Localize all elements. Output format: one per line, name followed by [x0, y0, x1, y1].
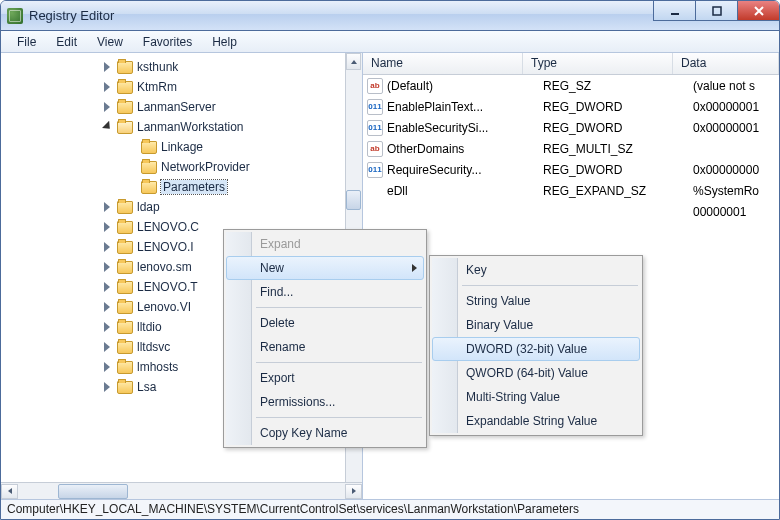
expand-icon[interactable] [101, 240, 115, 254]
expand-icon[interactable] [101, 220, 115, 234]
registry-editor-window: Registry Editor File Edit View Favorites… [0, 0, 780, 520]
expand-icon[interactable] [101, 320, 115, 334]
menu-separator [256, 417, 422, 418]
tree-item[interactable]: ldap [1, 197, 362, 217]
value-data: (value not s [693, 79, 779, 93]
tree-item[interactable]: NetworkProvider [1, 157, 362, 177]
menu-item[interactable]: Permissions... [226, 390, 424, 414]
tree-item-label: KtmRm [137, 80, 177, 94]
list-row[interactable]: 011EnableSecuritySi...REG_DWORD0x0000000… [363, 117, 779, 138]
tree-horizontal-scrollbar[interactable] [1, 482, 362, 499]
folder-icon [117, 221, 133, 234]
value-name: (Default) [387, 79, 543, 93]
value-data: 0x00000000 [693, 163, 779, 177]
expand-icon[interactable] [101, 60, 115, 74]
scroll-left-button[interactable] [1, 484, 18, 499]
list-row[interactable]: 011RequireSecurity...REG_DWORD0x00000000 [363, 159, 779, 180]
folder-icon [117, 281, 133, 294]
menu-help[interactable]: Help [202, 33, 247, 51]
expand-icon[interactable] [101, 340, 115, 354]
list-row[interactable]: ab(Default)REG_SZ(value not s [363, 75, 779, 96]
expand-icon[interactable] [101, 360, 115, 374]
collapse-icon[interactable] [101, 120, 115, 134]
column-header-data[interactable]: Data [673, 53, 779, 74]
expand-icon[interactable] [101, 260, 115, 274]
value-data: 0x00000001 [693, 100, 779, 114]
menu-edit[interactable]: Edit [46, 33, 87, 51]
folder-icon [117, 241, 133, 254]
scroll-right-button[interactable] [345, 484, 362, 499]
menu-separator [256, 362, 422, 363]
expand-icon[interactable] [101, 200, 115, 214]
maximize-button[interactable] [695, 1, 737, 21]
folder-icon [117, 201, 133, 214]
expand-icon[interactable] [101, 300, 115, 314]
tree-item-label: ksthunk [137, 60, 178, 74]
menu-item[interactable]: New [226, 256, 424, 280]
menu-item[interactable]: Expandable String Value [432, 409, 640, 433]
list-row[interactable]: 011EnablePlainText...REG_DWORD0x00000001 [363, 96, 779, 117]
tree-item[interactable]: LanmanWorkstation [1, 117, 362, 137]
tree-spacer [125, 140, 139, 154]
menu-item[interactable]: Key [432, 258, 640, 282]
menu-item[interactable]: QWORD (64-bit) Value [432, 361, 640, 385]
list-body[interactable]: ab(Default)REG_SZ(value not s011EnablePl… [363, 75, 779, 222]
expand-icon[interactable] [101, 80, 115, 94]
value-name: EnablePlainText... [387, 100, 543, 114]
list-header: Name Type Data [363, 53, 779, 75]
list-row[interactable]: abOtherDomainsREG_MULTI_SZ [363, 138, 779, 159]
tree-item[interactable]: ksthunk [1, 57, 362, 77]
tree-item-label: LENOVO.C [137, 220, 199, 234]
dword-value-icon: 011 [367, 162, 383, 178]
menu-view[interactable]: View [87, 33, 133, 51]
tree-item[interactable]: LanmanServer [1, 97, 362, 117]
menu-item[interactable]: Delete [226, 311, 424, 335]
tree-item[interactable]: Parameters [1, 177, 362, 197]
menu-item[interactable]: Find... [226, 280, 424, 304]
expand-icon[interactable] [101, 280, 115, 294]
tree-item-label: lmhosts [137, 360, 178, 374]
window-title: Registry Editor [29, 8, 653, 23]
folder-icon [117, 301, 133, 314]
scroll-up-button[interactable] [346, 53, 361, 70]
tree-item-label: LanmanServer [137, 100, 216, 114]
menu-item[interactable]: DWORD (32-bit) Value [432, 337, 640, 361]
scroll-thumb[interactable] [58, 484, 128, 499]
tree-item-label: lltdsvc [137, 340, 170, 354]
string-value-icon: ab [367, 78, 383, 94]
value-data: 0x00000001 [693, 121, 779, 135]
expand-icon[interactable] [101, 380, 115, 394]
value-type: REG_DWORD [543, 100, 693, 114]
menu-item[interactable]: Multi-String Value [432, 385, 640, 409]
folder-icon [117, 381, 133, 394]
svg-rect-0 [713, 7, 721, 15]
value-name: EnableSecuritySi... [387, 121, 543, 135]
menu-favorites[interactable]: Favorites [133, 33, 202, 51]
menu-item[interactable]: Rename [226, 335, 424, 359]
list-row[interactable]: 00000001 [363, 201, 779, 222]
value-type: REG_EXPAND_SZ [543, 184, 693, 198]
tree-item-label: ldap [137, 200, 160, 214]
menu-separator [256, 307, 422, 308]
tree-item[interactable]: Linkage [1, 137, 362, 157]
menu-item[interactable]: Export [226, 366, 424, 390]
column-header-name[interactable]: Name [363, 53, 523, 74]
menu-item[interactable]: Copy Key Name [226, 421, 424, 445]
close-button[interactable] [737, 1, 779, 21]
minimize-button[interactable] [653, 1, 695, 21]
tree-item[interactable]: KtmRm [1, 77, 362, 97]
menu-file[interactable]: File [7, 33, 46, 51]
tree-item-label: lenovo.sm [137, 260, 192, 274]
menu-item: Expand [226, 232, 424, 256]
tree-item-label: Lsa [137, 380, 156, 394]
list-row[interactable]: eDllREG_EXPAND_SZ%SystemRo [363, 180, 779, 201]
menu-item[interactable]: String Value [432, 289, 640, 313]
scroll-thumb[interactable] [346, 190, 361, 210]
column-header-type[interactable]: Type [523, 53, 673, 74]
value-type: REG_DWORD [543, 121, 693, 135]
menu-item[interactable]: Binary Value [432, 313, 640, 337]
value-name: OtherDomains [387, 142, 543, 156]
folder-icon [117, 321, 133, 334]
expand-icon[interactable] [101, 100, 115, 114]
window-buttons [653, 1, 779, 30]
